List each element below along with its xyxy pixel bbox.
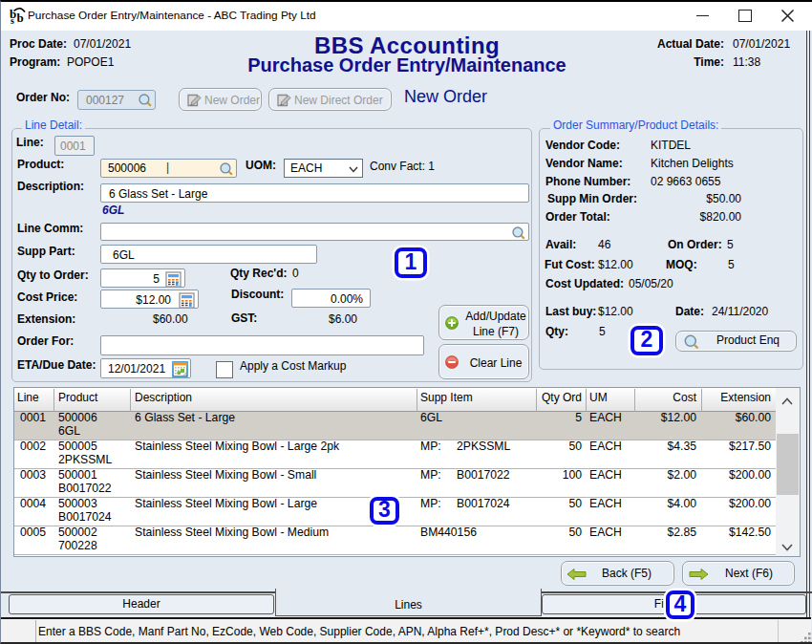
svg-text:s: s (11, 15, 14, 25)
svg-text:b: b (17, 11, 24, 25)
